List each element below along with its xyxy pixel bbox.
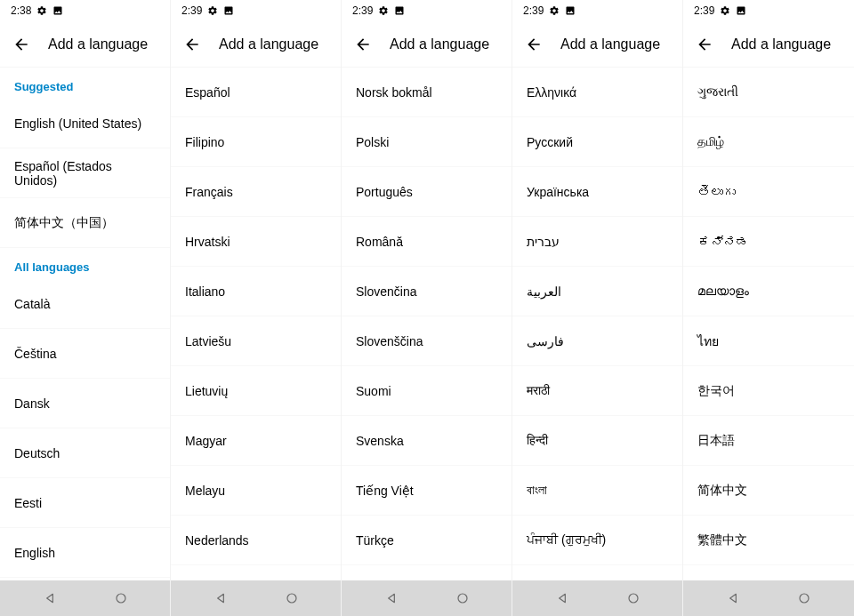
language-item[interactable]: Latviešu [171,316,341,366]
nav-bar [512,580,682,616]
language-item[interactable]: മലയാളം [683,267,854,316]
gear-icon [36,5,47,16]
language-item[interactable]: Slovenščina [342,316,512,366]
language-item[interactable]: Nederlands [171,516,341,565]
language-item[interactable]: Ελληνικά [512,68,682,117]
language-item[interactable]: తెలుగు [683,167,854,217]
language-item[interactable]: தமிழ் [683,117,854,167]
back-arrow-icon[interactable] [354,36,372,53]
image-icon [736,5,746,16]
language-item[interactable]: Melayu [171,466,341,516]
nav-home-icon[interactable] [285,591,299,605]
language-item[interactable]: 简体中文 [683,466,854,516]
language-item[interactable]: English [0,528,170,578]
app-bar: Add a language [171,21,341,68]
language-item[interactable]: Hrvatski [171,217,341,267]
language-item[interactable]: Português [342,167,512,217]
gear-icon [720,5,730,16]
page-title: Add a language [560,36,660,52]
language-item[interactable]: Español [171,68,341,117]
language-item[interactable]: Italiano [171,267,341,316]
screen: 2:39 Add a language ΕλληνικάРусскийУкраї… [512,0,683,616]
language-item[interactable]: ਪੰਜਾਬੀ (ਗੁਰਮੁਖੀ) [512,516,682,565]
language-item[interactable]: 日本語 [683,416,854,466]
page-title: Add a language [48,36,148,52]
language-item[interactable]: العربية [512,267,682,316]
language-item[interactable]: 简体中文（中国） [0,198,170,248]
language-item[interactable]: Dansk [0,379,170,428]
language-item[interactable]: Español (Estados Unidos) [0,148,170,198]
back-arrow-icon[interactable] [525,36,543,53]
content-area: Norsk bokmålPolskiPortuguêsRomânăSlovenč… [342,68,512,580]
app-bar: Add a language [683,21,854,68]
app-bar: Add a language [342,21,512,68]
language-item[interactable]: Русский [512,117,682,167]
language-item[interactable]: Français [171,167,341,217]
language-item[interactable]: 한국어 [683,366,854,416]
language-item[interactable]: Українська [512,167,682,217]
image-icon [394,5,405,16]
page-title: Add a language [219,36,318,52]
page-title: Add a language [390,36,489,52]
content-area: ΕλληνικάРусскийУкраїнськаעבריתالعربيةفار… [512,68,682,580]
back-arrow-icon[interactable] [183,36,201,53]
language-item[interactable]: हिन्दी [512,416,682,466]
gear-icon [549,5,560,16]
screen: 2:39 Add a language Norsk bokmålPolskiPo… [342,0,512,616]
status-bar: 2:38 [0,0,170,21]
back-arrow-icon[interactable] [696,36,713,53]
language-item[interactable]: ಕನ್ನಡ [683,217,854,267]
section-header: Suggested [0,68,170,99]
language-item[interactable]: فارسی [512,316,682,366]
nav-back-icon[interactable] [726,591,740,605]
status-bar: 2:39 [171,0,341,21]
language-item[interactable]: Català [0,279,170,329]
image-icon [52,5,63,16]
image-icon [223,5,234,16]
language-item[interactable]: Türkçe [342,516,512,565]
status-time: 2:39 [352,4,373,17]
language-item[interactable]: Tiếng Việt [342,466,512,516]
back-arrow-icon[interactable] [12,36,30,53]
language-item[interactable]: Lietuvių [171,366,341,416]
screen: 2:38 Add a language SuggestedEnglish (Un… [0,0,171,616]
language-item[interactable]: ไทย [683,316,854,366]
nav-home-icon[interactable] [455,591,470,605]
language-item[interactable]: Čeština [0,329,170,379]
nav-back-icon[interactable] [555,591,569,605]
language-item[interactable]: Norsk bokmål [342,68,512,117]
app-bar: Add a language [512,21,682,68]
language-item[interactable]: Svenska [342,416,512,466]
nav-back-icon[interactable] [384,591,399,605]
nav-home-icon[interactable] [797,591,811,605]
svg-point-0 [117,594,125,603]
gear-icon [207,5,218,16]
language-item[interactable]: বাংলা [512,466,682,516]
language-item[interactable]: Deutsch [0,428,170,478]
language-item[interactable]: Magyar [171,416,341,466]
language-item[interactable]: Eesti [0,478,170,528]
language-item[interactable]: English (United States) [0,99,170,148]
nav-back-icon[interactable] [43,591,57,605]
language-item[interactable]: मराठी [512,366,682,416]
gear-icon [378,5,389,16]
status-bar: 2:39 [512,0,682,21]
nav-back-icon[interactable] [214,591,228,605]
nav-home-icon[interactable] [626,591,640,605]
screen: 2:39 Add a language EspañolFilipinoFranç… [171,0,342,616]
language-item[interactable]: Filipino [171,117,341,167]
language-item[interactable]: ગુજરાતી [683,68,854,117]
language-item[interactable]: 繁體中文 [683,516,854,565]
language-item[interactable]: Română [342,217,512,267]
page-title: Add a language [731,36,831,52]
language-item[interactable]: Suomi [342,366,512,416]
status-time: 2:39 [181,4,202,17]
svg-point-3 [629,594,638,603]
status-bar: 2:39 [683,0,854,21]
language-item[interactable]: Polski [342,117,512,167]
content-area: EspañolFilipinoFrançaisHrvatskiItalianoL… [171,68,341,580]
nav-home-icon[interactable] [114,591,128,605]
language-item[interactable]: עברית [512,217,682,267]
language-item[interactable]: Slovenčina [342,267,512,316]
svg-point-2 [458,594,467,603]
